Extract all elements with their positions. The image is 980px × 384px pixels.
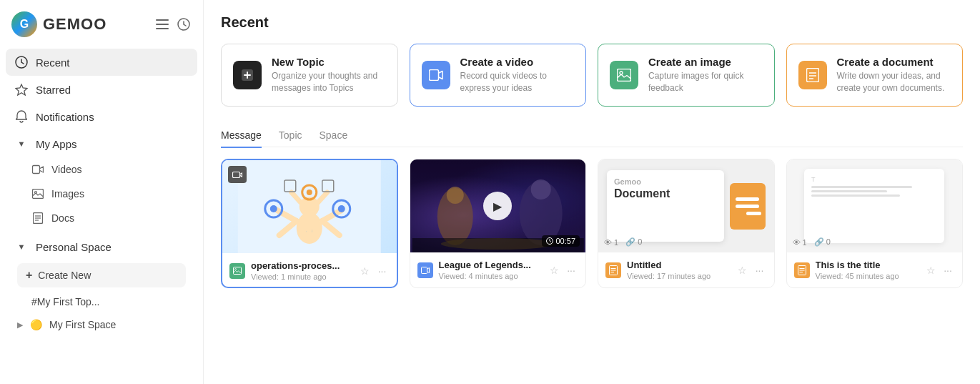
card-name-lol: League of Legends... xyxy=(439,260,542,270)
more-action-operations[interactable]: ··· xyxy=(375,264,390,278)
sidebar-nav: Recent Starred Notifications ▼ My Apps xyxy=(0,46,203,378)
history-icon[interactable] xyxy=(176,16,192,32)
emoji-icon: 🟡 xyxy=(30,319,42,330)
page-title: Recent xyxy=(221,14,963,31)
sidebar-header-icons xyxy=(154,16,192,32)
sidebar-item-starred[interactable]: Starred xyxy=(6,76,197,103)
menu-icon[interactable] xyxy=(154,16,170,32)
card-time-lol: Viewed: 4 minutes ago xyxy=(439,272,542,280)
more-action-untitled[interactable]: ··· xyxy=(753,263,767,277)
sidebar-item-recent[interactable]: Recent xyxy=(6,49,197,76)
recent-card-title-doc[interactable]: T 👁 1 🔗 0 This is the title Viewed: 45 m… xyxy=(786,159,964,288)
card-name-title-doc: This is the title xyxy=(816,260,919,270)
sidebar: G GEMOO Recent Starred xyxy=(0,0,204,384)
svg-rect-19 xyxy=(618,69,631,81)
sidebar-item-label-docs: Docs xyxy=(51,212,74,224)
gemoo-logo-icon: G xyxy=(11,11,37,37)
svg-rect-2 xyxy=(156,19,169,21)
svg-point-39 xyxy=(307,189,312,195)
sidebar-item-docs[interactable]: Docs xyxy=(6,206,197,230)
svg-point-35 xyxy=(270,205,277,212)
sidebar-header: G GEMOO xyxy=(0,6,203,46)
sidebar-item-videos[interactable]: Videos xyxy=(6,157,197,182)
chevron-down-icon-space: ▼ xyxy=(14,240,29,254)
bell-icon xyxy=(14,109,29,124)
card-info-untitled: Untitled Viewed: 17 minutes ago ☆ ··· xyxy=(598,252,774,286)
play-button[interactable]: ▶ xyxy=(483,192,512,220)
sidebar-item-images[interactable]: Images xyxy=(6,182,197,206)
svg-rect-21 xyxy=(806,68,818,82)
card-type-icon-doc xyxy=(605,262,621,278)
card-type-icon-image xyxy=(229,263,245,279)
create-image-title: Create an image xyxy=(648,56,763,68)
action-card-create-document[interactable]: Create a document Write down your ideas,… xyxy=(786,44,964,107)
sidebar-item-label-notifications: Notifications xyxy=(36,111,94,123)
svg-rect-55 xyxy=(421,267,427,273)
svg-rect-44 xyxy=(233,172,240,178)
sidebar-item-my-first-space[interactable]: ▶ 🟡 My First Space xyxy=(6,313,197,336)
sidebar-item-label-personal-space: Personal Space xyxy=(36,241,112,253)
recent-card-operations[interactable]: operations-process-consulting | Gemoo Im… xyxy=(221,159,398,288)
card-name-untitled: Untitled xyxy=(627,260,730,270)
my-first-space-label: My First Space xyxy=(49,319,116,330)
star-action-untitled[interactable]: ☆ xyxy=(736,263,750,277)
card-type-icon-doc2 xyxy=(794,262,810,278)
svg-text:G: G xyxy=(20,18,29,30)
logo-text: GEMOO xyxy=(43,15,107,34)
card-actions-untitled: ☆ ··· xyxy=(736,263,767,277)
tab-space[interactable]: Space xyxy=(320,124,348,148)
duration-badge: 00:57 xyxy=(542,235,580,247)
create-video-desc: Record quick videos to express your idea… xyxy=(460,70,575,94)
docs-icon xyxy=(31,212,44,225)
card-actions-title-doc: ☆ ··· xyxy=(924,263,955,277)
svg-rect-4 xyxy=(156,28,169,29)
action-card-create-image[interactable]: Create an image Capture images for quick… xyxy=(598,44,775,107)
create-document-text: Create a document Write down your ideas,… xyxy=(837,56,951,94)
sidebar-item-label-images: Images xyxy=(51,188,84,200)
card-info-title-doc: This is the title Viewed: 45 minutes ago… xyxy=(787,252,963,286)
tabs: Message Topic Space xyxy=(221,124,963,148)
card-info-lol: League of Legends... Viewed: 4 minutes a… xyxy=(410,252,586,286)
action-card-create-video[interactable]: Create a video Record quick videos to ex… xyxy=(410,44,587,107)
tab-topic[interactable]: Topic xyxy=(279,124,302,148)
main-content: Recent New Topic Organize your thoughts … xyxy=(204,0,980,384)
star-action-title-doc[interactable]: ☆ xyxy=(924,263,938,277)
recent-card-untitled[interactable]: Gemoo Document 👁 1 🔗 xyxy=(598,159,775,288)
card-name-operations: operations-proces... xyxy=(251,260,352,271)
sidebar-item-personal-space[interactable]: ▼ Personal Space xyxy=(6,233,197,260)
sidebar-item-my-apps[interactable]: ▼ My Apps xyxy=(6,130,197,157)
sidebar-item-label-starred: Starred xyxy=(36,84,71,96)
sidebar-item-label-videos: Videos xyxy=(51,164,82,175)
star-action-operations[interactable]: ☆ xyxy=(358,264,372,278)
chevron-right-icon: ▶ xyxy=(17,320,23,330)
svg-marker-7 xyxy=(16,84,27,95)
svg-rect-45 xyxy=(234,267,242,275)
create-document-desc: Write down your ideas, and create your o… xyxy=(837,70,951,94)
new-topic-title: New Topic xyxy=(272,56,386,68)
star-action-lol[interactable]: ☆ xyxy=(547,263,561,277)
create-video-text: Create a video Record quick videos to ex… xyxy=(460,56,575,94)
sidebar-item-notifications[interactable]: Notifications xyxy=(6,103,197,130)
card-meta-untitled: Untitled Viewed: 17 minutes ago xyxy=(627,260,730,280)
action-card-new-topic[interactable]: New Topic Organize your thoughts and mes… xyxy=(221,44,398,107)
create-video-icon xyxy=(422,61,450,89)
video-icon xyxy=(31,163,44,176)
new-topic-text: New Topic Organize your thoughts and mes… xyxy=(272,56,386,94)
card-time-untitled: Viewed: 17 minutes ago xyxy=(627,272,730,280)
duration-text: 00:57 xyxy=(555,237,575,245)
create-document-icon xyxy=(798,61,827,89)
my-first-top-label: #My First Top... xyxy=(31,296,99,307)
recent-card-lol[interactable]: ▶ 00:57 League of Legends... Viewed: 4 m… xyxy=(410,159,587,288)
chevron-down-icon-apps: ▼ xyxy=(14,137,29,151)
tab-message[interactable]: Message xyxy=(221,124,262,148)
card-thumb-untitled: Gemoo Document 👁 1 🔗 xyxy=(598,159,774,252)
card-thumb-operations xyxy=(222,160,397,253)
sidebar-item-my-first-top[interactable]: #My First Top... xyxy=(6,290,197,313)
create-image-text: Create an image Capture images for quick… xyxy=(648,56,763,94)
card-info-operations: operations-proces... Viewed: 1 minute ag… xyxy=(222,253,397,287)
more-action-lol[interactable]: ··· xyxy=(564,263,578,277)
more-action-title-doc[interactable]: ··· xyxy=(941,263,955,277)
card-meta-operations: operations-proces... Viewed: 1 minute ag… xyxy=(251,260,352,281)
create-new-button[interactable]: + Create New xyxy=(17,263,186,287)
action-cards: New Topic Organize your thoughts and mes… xyxy=(221,44,963,107)
